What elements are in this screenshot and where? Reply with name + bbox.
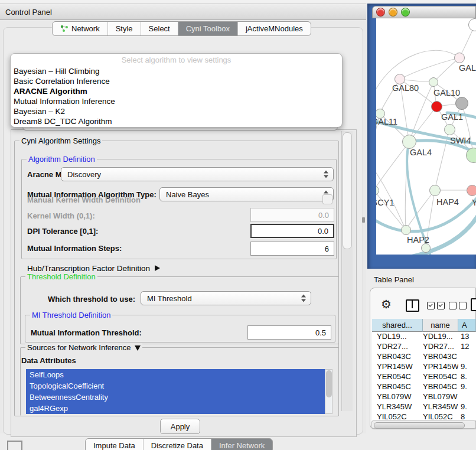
list-item[interactable]: gal4RGexp bbox=[26, 403, 325, 414]
table-row[interactable]: YBR045CYBR045C9. bbox=[372, 382, 476, 392]
tab-discretize-data[interactable]: Discretize Data bbox=[143, 439, 211, 450]
control-panel: Network Style Select Cyni Toolbox jActiv… bbox=[0, 19, 366, 433]
group-title: Cyni Algorithm Settings bbox=[19, 136, 102, 145]
mi-threshold-label: Mutual Information Threshold: bbox=[31, 328, 142, 337]
algorithm-option[interactable]: Bayesian – Hill Climbing bbox=[11, 66, 342, 76]
node-gal1[interactable] bbox=[444, 124, 455, 135]
table-body[interactable]: YDL19...YDL19...13 YDR27...YDR27...12 YB… bbox=[372, 332, 476, 420]
node-label: Y bbox=[472, 198, 476, 207]
tab-impute-data[interactable]: Impute Data bbox=[86, 439, 143, 450]
node-label: GAL4 bbox=[410, 148, 432, 157]
group-title: MI Threshold Definition bbox=[30, 311, 112, 319]
node-gray[interactable] bbox=[455, 97, 468, 110]
combo-arrows-icon bbox=[324, 171, 329, 178]
minimize-traffic-light-icon[interactable] bbox=[389, 8, 397, 17]
tab-jactivemnodules[interactable]: jActiveMNodules bbox=[237, 22, 311, 35]
zoom-traffic-light-icon[interactable] bbox=[401, 8, 410, 17]
node-salmon[interactable] bbox=[467, 185, 476, 196]
tab-select[interactable]: Select bbox=[141, 22, 178, 35]
tab-network[interactable]: Network bbox=[53, 22, 107, 35]
node-gal10[interactable] bbox=[429, 77, 438, 87]
expander-collapsed-icon bbox=[155, 265, 160, 271]
node-label: GAL11 bbox=[376, 117, 397, 126]
table-row[interactable]: YPR145WYPR145W9. bbox=[372, 362, 476, 372]
mi-threshold-field[interactable]: 0.5 bbox=[247, 325, 331, 340]
dpi-tolerance-label: DPI Tolerance [0,1]: bbox=[27, 227, 98, 236]
node-hap4[interactable] bbox=[429, 185, 441, 196]
node-label: GCY1 bbox=[376, 198, 395, 207]
control-panel-tabbar: Network Style Select Cyni Toolbox jActiv… bbox=[52, 21, 311, 36]
manual-kernel-label: Manual Kernel Width Definition bbox=[27, 195, 141, 204]
network-window-titlebar[interactable] bbox=[372, 6, 476, 18]
close-traffic-light-icon[interactable] bbox=[376, 8, 385, 17]
node-hap2[interactable] bbox=[401, 225, 411, 235]
table-row[interactable]: YIL052CYIL052C8 bbox=[372, 412, 476, 420]
split-pane-handle[interactable] bbox=[362, 217, 365, 223]
node-label: HAP2 bbox=[407, 235, 429, 244]
column-header[interactable]: shared... bbox=[372, 319, 423, 332]
control-panel-titlebar: Control Panel bbox=[0, 4, 366, 20]
algorithm-option-selected[interactable]: ARACNE Algorithm bbox=[11, 86, 342, 96]
gear-icon[interactable]: ⚙ bbox=[381, 298, 392, 311]
node-bottom-partial[interactable] bbox=[421, 243, 431, 253]
select-all-icon[interactable] bbox=[427, 302, 447, 312]
export-table-icon[interactable] bbox=[471, 298, 476, 311]
table-row[interactable]: YLR345WYLR345W9. bbox=[372, 402, 476, 412]
node-gal-partial[interactable] bbox=[454, 53, 465, 63]
algorithm-option[interactable]: Mutual Information Inference bbox=[11, 96, 342, 106]
table-row[interactable]: YBR043CYBR043C bbox=[372, 352, 476, 362]
deselect-all-icon[interactable] bbox=[449, 302, 469, 312]
data-attributes-list[interactable]: SelfLoops TopologicalCoefficient Between… bbox=[26, 369, 325, 414]
algorithm-option[interactable]: Bayesian – K2 bbox=[11, 106, 342, 116]
apply-button[interactable]: Apply bbox=[160, 419, 200, 434]
node-label: SWI4 bbox=[450, 136, 471, 145]
node-gal4[interactable] bbox=[402, 135, 416, 149]
table-row[interactable]: YDR27...YDR27...12 bbox=[372, 342, 476, 352]
hub-definition-expander[interactable]: Hub/Transcription Factor Definition bbox=[27, 264, 160, 273]
columns-icon[interactable] bbox=[406, 299, 419, 312]
group-title: Threshold Definition bbox=[25, 272, 97, 281]
sources-expander[interactable]: Sources for Network Inference bbox=[25, 343, 142, 352]
table-row[interactable]: YER054CYER054C8. bbox=[372, 372, 476, 382]
list-item[interactable]: TopologicalCoefficient bbox=[26, 380, 325, 392]
tab-style[interactable]: Style bbox=[107, 22, 141, 35]
algorithm-option[interactable]: Dream8 DC_TDC Algorithm bbox=[11, 116, 342, 126]
node-selected-red[interactable] bbox=[431, 101, 442, 112]
mi-steps-label: Mutual Information Steps: bbox=[27, 244, 122, 253]
network-icon bbox=[60, 25, 69, 32]
combo-arrows-icon bbox=[301, 295, 307, 302]
dpi-tolerance-field[interactable]: 0.0 bbox=[250, 224, 334, 238]
table-row[interactable]: YBL079WYBL079W bbox=[372, 392, 476, 402]
network-canvas[interactable]: GAL GAL80 GAL10 GAL1 GAL11 SWI4 GAL4 GCY… bbox=[376, 18, 476, 255]
tab-cyni-toolbox[interactable]: Cyni Toolbox bbox=[178, 22, 237, 35]
list-item[interactable]: SelfLoops bbox=[26, 369, 325, 380]
bottom-tabbar: Impute Data Discretize Data Infer Networ… bbox=[85, 438, 273, 450]
list-scrollbar-thumb[interactable] bbox=[326, 370, 332, 397]
column-header[interactable]: A bbox=[458, 319, 476, 332]
expander-expanded-icon bbox=[135, 345, 141, 351]
settings-scrollbar-thumb[interactable] bbox=[343, 132, 352, 249]
dropdown-placeholder: Select algorithm to view settings bbox=[11, 54, 342, 66]
which-threshold-label: Which threshold to use: bbox=[48, 295, 135, 304]
control-panel-title: Control Panel bbox=[5, 8, 52, 17]
minimized-window-icon[interactable] bbox=[7, 441, 22, 450]
node-label: HAP4 bbox=[436, 197, 459, 207]
algorithm-option[interactable]: Basic Correlation Inference bbox=[11, 76, 342, 86]
manual-kernel-checkbox[interactable] bbox=[322, 194, 332, 204]
table-hscrollbar-thumb[interactable] bbox=[374, 422, 465, 429]
tab-label: Network bbox=[71, 24, 100, 33]
kernel-width-field[interactable]: 0.0 bbox=[250, 208, 334, 222]
data-attributes-label: Data Attributes bbox=[21, 356, 76, 365]
node-label: GAL1 bbox=[441, 112, 463, 122]
mi-steps-field[interactable]: 6 bbox=[250, 242, 334, 256]
list-item[interactable]: BetweennessCentrality bbox=[26, 392, 325, 403]
column-header[interactable]: name bbox=[423, 319, 458, 332]
algorithm-dropdown[interactable]: Select algorithm to view settings Bayesi… bbox=[10, 53, 343, 128]
which-threshold-combo[interactable]: MI Threshold bbox=[141, 291, 311, 305]
aracne-mode-combo[interactable]: Discovery bbox=[61, 167, 334, 181]
node-label: GAL10 bbox=[433, 88, 460, 97]
tab-infer-network[interactable]: Infer Network bbox=[211, 439, 272, 450]
table-row[interactable]: YDL19...YDL19...13 bbox=[372, 332, 476, 342]
table-panel-title: Table Panel bbox=[374, 275, 414, 284]
mi-type-combo[interactable]: Naive Bayes bbox=[159, 187, 334, 201]
